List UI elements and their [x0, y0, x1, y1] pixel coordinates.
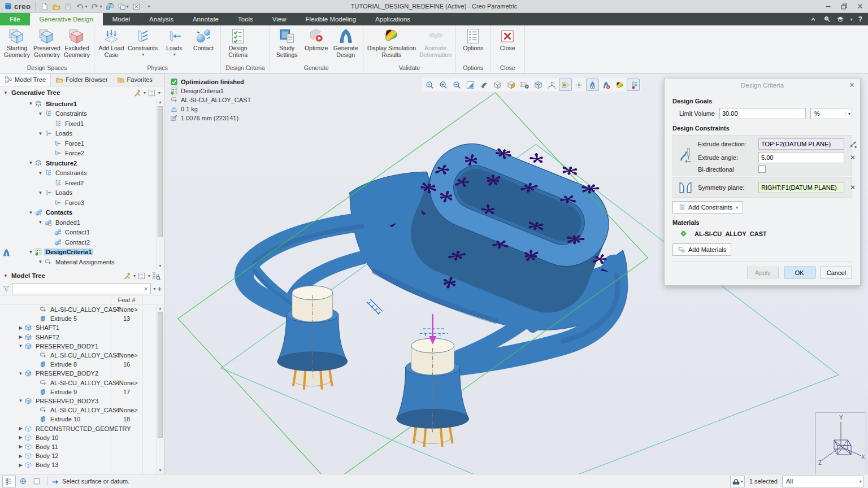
shade-button[interactable] — [478, 79, 491, 91]
tree-tools-icon[interactable] — [133, 89, 141, 97]
tree-search-icon[interactable] — [152, 272, 160, 280]
model-tree-item-body-13[interactable]: ▶Body 13 — [0, 460, 164, 469]
expand-toggle-icon[interactable]: ▼ — [37, 259, 44, 264]
model-tree-item-preserved-body1[interactable]: ▼PRESERVED_BODY1 — [0, 342, 164, 351]
expand-toggle-icon[interactable]: ▶ — [17, 325, 24, 330]
qa-customize-button[interactable]: ▾ — [143, 1, 151, 11]
tab-flexible-modeling[interactable]: Flexible Modeling — [296, 13, 366, 25]
excluded-geometry-button[interactable]: ExcludedGeometry — [62, 27, 92, 59]
tree-settings-icon[interactable] — [147, 89, 156, 97]
generative-tree-item-loads[interactable]: ▼Loads — [0, 188, 164, 198]
zoom-out-button[interactable] — [450, 79, 463, 91]
generative-tree-item-contacts[interactable]: ▼Contacts — [0, 208, 164, 218]
tab-generative-design[interactable]: Generative Design — [30, 13, 103, 25]
tree-settings-icon[interactable] — [137, 272, 146, 280]
tree-settings-caret[interactable]: ▾ — [158, 90, 160, 95]
loads-button[interactable]: Loads▾ — [159, 27, 189, 58]
restore-button[interactable] — [836, 1, 852, 12]
expand-toggle-icon[interactable]: ▼ — [27, 250, 34, 255]
show-design-button[interactable] — [586, 79, 599, 91]
generative-tree-item-fixed2[interactable]: Fixed2 — [0, 178, 164, 188]
tree-settings-caret[interactable]: ▾ — [148, 273, 150, 278]
material-row[interactable]: AL-SI-CU_ALLOY_CAST — [672, 229, 852, 238]
generative-tree-item-designcriteria1[interactable]: ▼DesignCriteria1 — [0, 247, 164, 258]
options-button[interactable]: Options — [458, 27, 488, 53]
symmetry-plane-input[interactable] — [758, 182, 844, 193]
tree-tools-caret[interactable]: ▾ — [144, 90, 146, 95]
model-tree-item-extrude-10[interactable]: Extrude 1018 — [0, 415, 164, 424]
expand-toggle-icon[interactable]: ▶ — [17, 444, 24, 449]
tree-tools-caret[interactable]: ▾ — [133, 273, 136, 278]
expand-toggle-icon[interactable]: ▶ — [17, 463, 24, 468]
model-tree-item-al-si-cu-alloy-cast[interactable]: AL-SI-CU_ALLOY_CAST<None> — [0, 305, 164, 314]
model-tree-item-body-11[interactable]: ▶Body 11 — [0, 442, 164, 451]
blank-panel-button[interactable] — [31, 476, 43, 487]
spin-center-button[interactable] — [572, 79, 585, 91]
model-tree-item-al-si-cu-alloy-cast[interactable]: AL-SI-CU_ALLOY_CAST<None> — [0, 351, 164, 360]
model-tree-filter-input[interactable] — [12, 285, 141, 293]
expand-toggle-icon[interactable]: ▼ — [27, 210, 34, 215]
apply-button[interactable]: Apply — [747, 267, 779, 278]
expand-toggle-icon[interactable]: ▼ — [17, 398, 24, 403]
navigator-tab-favorites[interactable]: Favorites — [112, 73, 157, 86]
contact-button[interactable]: Contact — [189, 27, 218, 53]
probes-button[interactable] — [627, 79, 640, 91]
toggle-navigator-button[interactable] — [2, 476, 16, 487]
model-tree-item-shaft1[interactable]: ▶SHAFT1 — [0, 323, 164, 332]
expand-toggle-icon[interactable]: ▼ — [37, 111, 44, 116]
qa-redo-button[interactable]: ▾ — [89, 1, 103, 11]
qa-new-file-button[interactable] — [39, 1, 50, 11]
filter-funnel-icon[interactable] — [2, 285, 10, 293]
model-tree-item-extrude-8[interactable]: Extrude 816 — [0, 360, 164, 369]
qa-save-button[interactable] — [63, 1, 73, 11]
capture-button[interactable] — [518, 79, 531, 91]
exclude-display-button[interactable] — [600, 79, 613, 91]
tab-view[interactable]: View — [263, 13, 296, 25]
help-icon[interactable]: ? — [858, 15, 862, 23]
generative-tree-item-contact1[interactable]: Contact1 — [0, 228, 164, 238]
model-tree-item-al-si-cu-alloy-cast[interactable]: AL-SI-CU_ALLOY_CAST<None> — [0, 406, 164, 415]
model-tree-item-shaft2[interactable]: ▶SHAFT2 — [0, 333, 164, 342]
add-filter-icon[interactable]: + — [157, 285, 162, 293]
expand-toggle-icon[interactable]: ▼ — [37, 131, 44, 136]
generative-tree-item-structure1[interactable]: ▼Structure1 — [0, 99, 164, 109]
zoom-in-button[interactable] — [437, 79, 450, 91]
datum-display-button[interactable]: yxz — [545, 79, 558, 91]
generative-tree-item-material-assignments[interactable]: ▼Material Assignments — [0, 257, 164, 267]
collapse-icon[interactable]: ▼ — [3, 273, 9, 278]
close-button[interactable]: Close — [493, 27, 522, 53]
model-tree-item-body-10[interactable]: ▶Body 10 — [0, 433, 164, 442]
bidirectional-checkbox[interactable] — [758, 165, 766, 173]
generative-tree-item-force3[interactable]: Force3 — [0, 198, 164, 208]
generative-tree-item-force2[interactable]: Force2 — [0, 149, 164, 159]
display-style-button[interactable] — [532, 79, 545, 91]
starting-geometry-button[interactable]: StartingGeometry — [2, 27, 32, 59]
display-simulation-results-button[interactable]: Display SimulationResults — [366, 27, 418, 59]
model-tree-item-preserved-body2[interactable]: ▼PRESERVED_BODY2 — [0, 369, 164, 378]
qa-windows-button[interactable]: ▾ — [116, 1, 130, 11]
generative-tree-item-bonded1[interactable]: ▼Bonded1 — [0, 217, 164, 228]
model-tree-item-reconstructed-geometry[interactable]: ▶RECONSTRUCTED_GEOMETRY — [0, 424, 164, 433]
expand-toggle-icon[interactable]: ▼ — [27, 160, 34, 165]
extrude-direction-input[interactable] — [758, 138, 844, 150]
preserved-geometry-button[interactable]: PreservedGeometry — [32, 27, 62, 59]
expand-toggle-icon[interactable]: ▶ — [17, 334, 24, 339]
section-button[interactable] — [505, 79, 518, 91]
model-tree-item-extrude-5[interactable]: Extrude 513 — [0, 314, 164, 323]
model-tree-item-al-si-cu-alloy-cast[interactable]: AL-SI-CU_ALLOY_CAST<None> — [0, 378, 164, 387]
flip-direction-icon[interactable] — [849, 140, 857, 149]
model-tree-item-body-12[interactable]: ▶Body 12 — [0, 451, 164, 460]
generative-tree-item-contact2[interactable]: Contact2 — [0, 237, 164, 247]
clear-filter-icon[interactable]: ✕ — [141, 286, 150, 292]
collapse-icon[interactable]: ▼ — [3, 90, 9, 95]
tree-tools-icon[interactable] — [123, 272, 131, 280]
selection-filter-select[interactable]: All▾ — [782, 476, 863, 487]
model-tree-item-extrude-9[interactable]: Extrude 917 — [0, 387, 164, 396]
expand-toggle-icon[interactable]: ▼ — [17, 343, 24, 348]
saved-views-button[interactable] — [491, 79, 504, 91]
close-app-button[interactable] — [852, 1, 868, 12]
tab-analysis[interactable]: Analysis — [140, 13, 183, 25]
expand-toggle-icon[interactable]: ▼ — [17, 371, 24, 376]
expand-toggle-icon[interactable]: ▼ — [37, 190, 44, 195]
graphics-viewport[interactable]: Optimization finishedDesignCriteria1AL-S… — [164, 73, 868, 474]
